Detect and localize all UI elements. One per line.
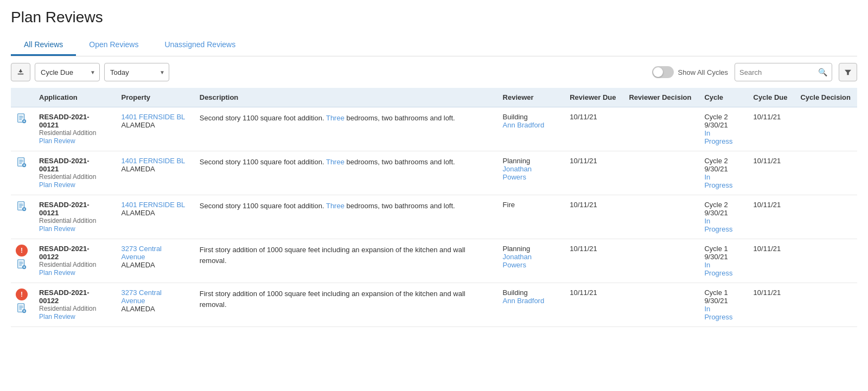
page-title: Plan Reviews: [11, 9, 857, 26]
show-all-cycles-label: Show All Cycles: [678, 68, 728, 76]
tab-open-reviews[interactable]: Open Reviews: [76, 35, 151, 56]
app-id: RESADD-2021-00121: [39, 113, 108, 129]
property-link[interactable]: 3273 Central Avenue: [122, 245, 162, 261]
col-reviewer: Reviewer: [496, 88, 564, 107]
reviewer-name-link[interactable]: Ann Bradford: [503, 121, 545, 129]
property-city: ALAMEDA: [122, 209, 187, 217]
row-application: RESADD-2021-00121 Residential Addition P…: [33, 195, 115, 239]
row-cycle-due: 10/11/21: [747, 107, 794, 151]
row-description: First story addition of 1000 square feet…: [193, 239, 496, 283]
row-reviewer: Fire: [496, 195, 564, 239]
row-application: RESADD-2021-00121 Residential Addition P…: [33, 151, 115, 195]
reviewer-name-link[interactable]: Jonathan Powers: [503, 253, 532, 269]
cycle-date: 9/30/21: [704, 297, 740, 305]
row-cycle-due: 10/11/21: [747, 151, 794, 195]
row-description: Second story 1100 square foot addition. …: [193, 195, 496, 239]
reviewer-name-link[interactable]: Ann Bradford: [503, 297, 545, 305]
table-row: RESADD-2021-00121 Residential Addition P…: [11, 151, 857, 195]
table-header: Application Property Description Reviewe…: [11, 88, 857, 107]
property-city: ALAMEDA: [122, 305, 187, 313]
reviewer-dept: Fire: [503, 201, 557, 209]
cycle-due-date: 10/11/21: [754, 289, 781, 297]
row-application: RESADD-2021-00122 Residential Addition P…: [33, 239, 115, 283]
cycle-due-select-wrapper: Cycle Due ▼: [35, 63, 100, 81]
cycle-due-date: 10/11/21: [754, 245, 781, 253]
property-link[interactable]: 1401 FERNSIDE BL: [122, 113, 186, 121]
icon-stack: !: [14, 245, 29, 271]
row-property: 1401 FERNSIDE BL ALAMEDA: [115, 195, 193, 239]
date-select[interactable]: Today: [104, 63, 169, 81]
table-row: ! RESADD-2021-00122 Residential Addition…: [11, 283, 857, 327]
row-reviewer-due: 10/11/21: [563, 195, 622, 239]
reviewer-name-link[interactable]: Jonathan Powers: [503, 165, 532, 181]
property-city: ALAMEDA: [122, 261, 187, 269]
document-icon: [16, 201, 28, 213]
show-all-cycles-toggle[interactable]: [652, 66, 674, 78]
row-icon-cell: [11, 195, 33, 239]
property-link[interactable]: 3273 Central Avenue: [122, 289, 162, 305]
cycle-date: 9/30/21: [704, 121, 740, 129]
col-reviewer-decision: Reviewer Decision: [622, 88, 698, 107]
row-cycle-decision: [794, 283, 857, 327]
cycle-name: Cycle 1: [704, 289, 740, 297]
row-reviewer-decision: [622, 107, 698, 151]
export-button[interactable]: [11, 63, 30, 81]
reviewer-dept: Building: [503, 113, 557, 121]
description-text: Second story 1100 square foot addition. …: [200, 202, 455, 210]
plan-review-link[interactable]: Plan Review: [39, 137, 75, 145]
highlight-text: Three: [326, 202, 344, 210]
search-input[interactable]: [739, 68, 816, 76]
cycle-due-select[interactable]: Cycle Due: [35, 63, 100, 81]
filter-button[interactable]: [839, 63, 857, 81]
row-description: Second story 1100 square foot addition. …: [193, 107, 496, 151]
plan-review-link[interactable]: Plan Review: [39, 181, 75, 189]
alert-icon: !: [16, 289, 28, 300]
cycle-status: In Progress: [704, 217, 740, 233]
tab-all-reviews[interactable]: All Reviews: [11, 35, 76, 56]
col-cycle: Cycle: [698, 88, 746, 107]
row-property: 1401 FERNSIDE BL ALAMEDA: [115, 107, 193, 151]
row-icon-cell: !: [11, 239, 33, 283]
plan-review-link[interactable]: Plan Review: [39, 269, 75, 277]
tab-unassigned-reviews[interactable]: Unassigned Reviews: [151, 35, 248, 56]
reviewer-due-date: 10/11/21: [570, 201, 597, 209]
row-cycle: Cycle 1 9/30/21 In Progress: [698, 239, 746, 283]
cycle-status: In Progress: [704, 129, 740, 145]
table-body: RESADD-2021-00121 Residential Addition P…: [11, 107, 857, 327]
highlight-text: Three: [326, 158, 344, 166]
icon-stack: !: [14, 289, 29, 315]
alert-icon: !: [16, 245, 28, 257]
row-cycle-due: 10/11/21: [747, 239, 794, 283]
row-reviewer-due: 10/11/21: [563, 283, 622, 327]
row-application: RESADD-2021-00121 Residential Addition P…: [33, 107, 115, 151]
row-description: First story addition of 1000 square feet…: [193, 283, 496, 327]
row-application: RESADD-2021-00122 Residential Addition P…: [33, 283, 115, 327]
icon-stack: [14, 157, 29, 169]
row-cycle-due: 10/11/21: [747, 283, 794, 327]
row-reviewer: Planning Jonathan Powers: [496, 239, 564, 283]
plan-reviews-table: Application Property Description Reviewe…: [11, 88, 857, 327]
highlight-text: Three: [326, 114, 344, 122]
cycle-due-date: 10/11/21: [754, 157, 781, 165]
row-cycle: Cycle 2 9/30/21 In Progress: [698, 107, 746, 151]
cycle-date: 9/30/21: [704, 165, 740, 173]
row-icon-cell: [11, 151, 33, 195]
property-link[interactable]: 1401 FERNSIDE BL: [122, 157, 186, 165]
cycle-name: Cycle 1: [704, 245, 740, 253]
toolbar-right: Show All Cycles 🔍: [652, 63, 857, 81]
description-text: First story addition of 1000 square feet…: [200, 290, 465, 309]
cycle-date: 9/30/21: [704, 253, 740, 261]
icon-stack: [14, 113, 29, 125]
plan-review-link[interactable]: Plan Review: [39, 313, 75, 321]
toolbar: Cycle Due ▼ Today ▼ Show All Cycles 🔍: [11, 63, 857, 81]
document-icon: [16, 157, 28, 169]
description-text: Second story 1100 square foot addition. …: [200, 158, 455, 166]
row-cycle-decision: [794, 195, 857, 239]
plan-review-link[interactable]: Plan Review: [39, 225, 75, 233]
search-box: 🔍: [735, 63, 832, 81]
cycle-date: 9/30/21: [704, 209, 740, 217]
reviewer-due-date: 10/11/21: [570, 245, 597, 253]
col-cycle-decision: Cycle Decision: [794, 88, 857, 107]
show-all-cycles-toggle-label[interactable]: Show All Cycles: [652, 66, 728, 78]
property-link[interactable]: 1401 FERNSIDE BL: [122, 201, 186, 209]
